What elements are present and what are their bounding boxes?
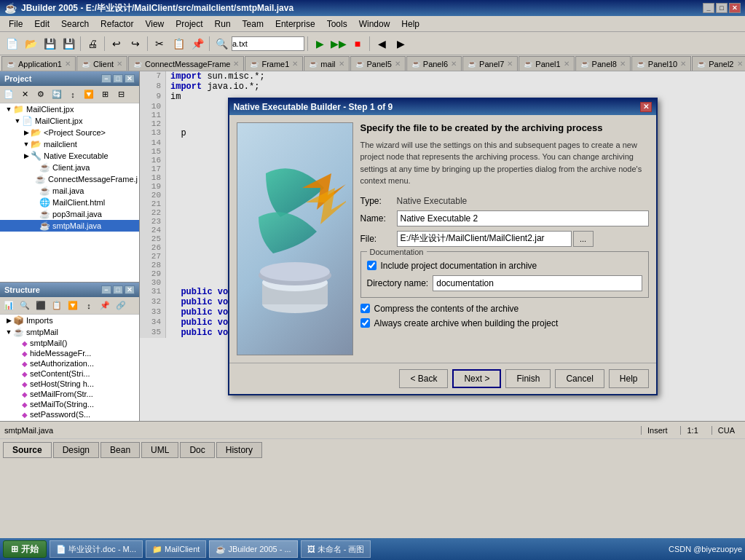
pt-sort-button[interactable]: ↕ [66,88,80,101]
menu-help[interactable]: Help [395,17,425,31]
struct-method-smtpmail[interactable]: ◆ smtpMail() [0,338,139,348]
tab-close-icon[interactable]: ✕ [233,60,239,68]
search-input[interactable] [232,36,304,51]
tree-item-native-executable[interactable]: ▶ 🔧 Native Executable [0,150,139,162]
struct-method-port[interactable]: ◆ setPort(int p) [0,419,139,421]
struct-method-content[interactable]: ◆ setContent(Stri... [0,368,139,379]
menu-file[interactable]: File [3,17,28,31]
copy-button[interactable]: 📋 [170,35,187,52]
next-button[interactable]: Next > [452,369,501,388]
print-button[interactable]: 🖨 [84,35,101,52]
tree-item-mailclienthtml[interactable]: 🌐 MailClient.html [0,197,139,208]
btab-source[interactable]: Source [3,442,52,458]
finish-button[interactable]: Finish [505,369,551,388]
tree-item-mailclientjpx2[interactable]: ▼ 📄 MailClient.jpx [0,115,139,127]
taskbar-item-jbuilder[interactable]: ☕ JBuilder 2005 - ... [209,540,297,558]
tab-connectmessageframe[interactable]: ☕ ConnectMessageFrame ✕ [128,56,244,71]
tab-frame1[interactable]: ☕ Frame1 ✕ [245,56,303,71]
pt-delete-button[interactable]: ✕ [17,88,32,101]
browse-button[interactable]: ... [573,231,594,247]
project-float-button[interactable]: □ [113,74,123,83]
stop-button[interactable]: ■ [349,35,366,52]
project-toggle-button[interactable]: − [101,74,111,83]
tab-panel8[interactable]: ☕ Panel8 ✕ [575,56,631,71]
menu-enterprise[interactable]: Enterprise [269,17,321,31]
taskbar-item-paint[interactable]: 🖼 未命名 - 画图 [301,540,371,558]
struct-method-host[interactable]: ◆ setHost(String h... [0,379,139,389]
tab-panel6[interactable]: ☕ Panel6 ✕ [406,56,462,71]
back-button[interactable]: ◀ [373,35,390,52]
struct-method-auth[interactable]: ◆ setAuthorization... [0,358,139,368]
save-button[interactable]: 💾 [41,35,58,52]
open-button[interactable]: 📂 [22,35,39,52]
always-checkbox[interactable] [360,318,370,328]
tab-panel10[interactable]: ☕ Panel10 ✕ [631,56,691,71]
menu-refactor[interactable]: Refactor [95,17,139,31]
btab-uml[interactable]: UML [141,442,178,458]
tab-close-icon[interactable]: ✕ [65,60,71,68]
save-all-button[interactable]: 💾 [60,35,77,52]
redo-button[interactable]: ↪ [127,35,144,52]
st-btn5[interactable]: 🔽 [66,299,80,312]
st-btn2[interactable]: 🔍 [17,299,32,312]
pt-collapse-button[interactable]: ⊟ [114,88,128,101]
pt-refresh-button[interactable]: 🔄 [50,88,64,101]
run-button[interactable]: ▶ [311,35,328,52]
menu-window[interactable]: Window [353,17,396,31]
minimize-button[interactable]: _ [703,3,714,13]
pt-props-button[interactable]: ⚙ [33,88,48,101]
tab-close-icon[interactable]: ✕ [117,60,122,68]
tree-item-project-source[interactable]: ▶ 📂 <Project Source> [0,127,139,138]
include-doc-checkbox[interactable] [367,261,377,270]
tab-close-icon[interactable]: ✕ [620,60,626,68]
tree-item-smtpmail[interactable]: ☕ smtpMail.java [0,220,139,232]
menu-tools[interactable]: Tools [321,17,353,31]
st-btn8[interactable]: 🔗 [114,299,128,312]
tab-client[interactable]: ☕ Client ✕ [76,56,127,71]
tree-item-client[interactable]: ☕ Client.java [0,162,139,173]
st-btn6[interactable]: ↕ [82,299,96,312]
pt-expand-button[interactable]: ⊞ [98,88,112,101]
close-button[interactable]: ✕ [729,3,741,13]
structure-close-button[interactable]: ✕ [125,285,135,294]
tab-close-icon[interactable]: ✕ [507,60,513,68]
struct-smtpmail[interactable]: ▼ ☕ smtpMail [0,326,139,338]
tab-mail[interactable]: ☕ mail ✕ [304,56,349,71]
st-btn4[interactable]: 📋 [50,299,64,312]
pt-new-button[interactable]: 📄 [1,88,16,101]
menu-view[interactable]: View [139,17,170,31]
tab-close-icon[interactable]: ✕ [339,60,344,68]
tab-close-icon[interactable]: ✕ [737,60,743,68]
st-btn1[interactable]: 📊 [1,299,16,312]
search-icon[interactable]: 🔍 [213,35,230,52]
help-button[interactable]: Help [609,369,649,388]
back-button[interactable]: < Back [399,369,448,388]
new-button[interactable]: 📄 [3,35,20,52]
undo-button[interactable]: ↩ [108,35,125,52]
project-close-button[interactable]: ✕ [125,74,135,83]
compress-checkbox[interactable] [360,304,370,313]
cancel-button[interactable]: Cancel [555,369,604,388]
maximize-button[interactable]: □ [716,3,728,13]
menu-team[interactable]: Team [237,17,269,31]
file-input[interactable] [397,231,572,247]
tab-close-icon[interactable]: ✕ [564,60,569,68]
btab-history[interactable]: History [216,442,262,458]
structure-toggle-button[interactable]: − [101,285,111,294]
taskbar-item-beiyezuopin[interactable]: 📄 毕业设计.doc - M... [50,540,143,558]
taskbar-item-mailclient[interactable]: 📁 MailClient [146,540,206,558]
struct-method-password[interactable]: ◆ setPassword(S... [0,409,139,419]
tab-panel7[interactable]: ☕ Panel7 ✕ [462,56,518,71]
tree-item-pop3mail[interactable]: ☕ pop3mail.java [0,208,139,220]
tree-item-connectmessageframe[interactable]: ☕ ConnectMessageFrame.j [0,173,139,185]
project-tree[interactable]: ▼ 📁 MailClient.jpx ▼ 📄 MailClient.jpx ▶ … [0,103,139,282]
menu-edit[interactable]: Edit [28,17,55,31]
structure-float-button[interactable]: □ [113,285,123,294]
struct-method-mailto[interactable]: ◆ setMailTo(String... [0,399,139,409]
tab-panel1[interactable]: ☕ Panel1 ✕ [519,56,574,71]
struct-method-mailfrom[interactable]: ◆ setMailFrom(Str... [0,389,139,399]
struct-method-hide[interactable]: ◆ hideMessageFr... [0,348,139,358]
tab-panel2[interactable]: ☕ Panel2 ✕ [692,56,745,71]
tree-item-mailclientjpx[interactable]: ▼ 📁 MailClient.jpx [0,103,139,115]
paste-button[interactable]: 📌 [189,35,206,52]
